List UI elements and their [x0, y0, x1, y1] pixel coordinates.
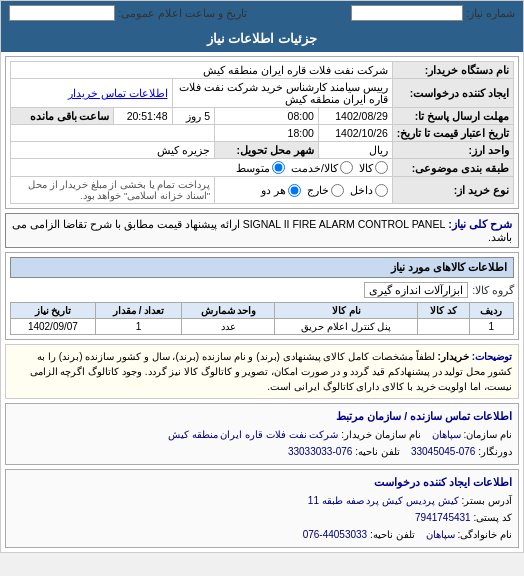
- city-label: شهر محل تحویل:: [215, 142, 319, 159]
- creator-contact-block: اطلاعات ایجاد کننده درخواست آدرس بستر: ک…: [5, 469, 519, 548]
- contact-link[interactable]: اطلاعات تماس خریدار: [68, 87, 168, 99]
- col-unit: واحد شمارش: [182, 303, 275, 319]
- validity-row: تاریخ اعتبار قیمت تا تاریخ: 1402/10/26 1…: [11, 125, 514, 142]
- product-info-section: اطلاعات کالاهای مورد نیاز گروه کالا: ابز…: [5, 252, 519, 340]
- mhlet-label: مهلت ارسال پاسخ تا:: [392, 108, 513, 125]
- sup-value: شرکت نفت فلات قاره ایران منطقه کیش: [168, 429, 339, 440]
- col-date: تاریخ نیاز: [11, 303, 96, 319]
- purchase-type-options: داخل خارج هر دو: [219, 184, 388, 197]
- cell-radif: 1: [469, 319, 514, 335]
- group-label: گروه کالا:: [472, 284, 514, 296]
- addr-value: کیش پردیس کیش پرد صفه طبقه 11: [308, 495, 459, 506]
- day-label: روز: [186, 110, 201, 122]
- purchase-type-row: نوع خرید از: داخل خارج هر دو: [11, 177, 514, 204]
- time2-value: 18:00: [215, 125, 319, 142]
- pt-option-hardu: هر دو: [261, 184, 301, 197]
- fax-label: تلفن ناحیه:: [355, 446, 400, 457]
- org-name-label: نام سازمان:: [463, 429, 512, 440]
- supplier-row: نام دستگاه خریدار: شرکت نفت فلات قاره ای…: [11, 62, 514, 79]
- number-label: شماره نیاز:: [466, 7, 515, 19]
- phone-label: دورنگار:: [478, 446, 512, 457]
- contact-row: نام خانوادگی: سپاهان تلفن ناحیه: 4405303…: [12, 526, 512, 543]
- keyword-box: شرح کلی نیاز: SIGNAL II FIRE ALARM CONTR…: [5, 213, 519, 248]
- top-header-bar: شماره نیاز: 1102094076000374 تاریخ و ساع…: [1, 1, 523, 25]
- cell-unit: عدد: [182, 319, 275, 335]
- datetime-value: 1402/08/23 - 10:54: [9, 5, 115, 21]
- days-value: 5: [204, 110, 210, 122]
- group-row: گروه کالا: ابزارآلات اندازه گیری: [10, 282, 514, 298]
- cell-code: [418, 319, 469, 335]
- purchase-type-label: نوع خرید از:: [392, 177, 513, 204]
- product-table: ردیف کد کالا نام کالا واحد شمارش تعداد /…: [10, 302, 514, 335]
- date-row: مهلت ارسال پاسخ تا: 1402/08/29 08:00 5 ر…: [11, 108, 514, 125]
- cat-radio-kala[interactable]: [375, 161, 388, 174]
- hours-value: 20:51:48: [127, 110, 168, 122]
- currency-value: ریال: [318, 142, 392, 159]
- datetime-label: تاریخ و ساعت اعلام عمومی:: [118, 7, 247, 19]
- supplier-value: شرکت نفت فلات قاره ایران منطقه کیش: [11, 62, 393, 79]
- keyword-value: SIGNAL II FIRE ALARM CONTROL PANEL ارائه…: [12, 218, 512, 243]
- cat-option-kala: کالا: [359, 161, 388, 174]
- supplier-label: نام دستگاه خریدار:: [392, 62, 513, 79]
- category-label: طبقه بندی موضوعی:: [392, 159, 513, 177]
- page-title: جزئیات اطلاعات نیاز: [1, 25, 523, 52]
- currency-label: واحد ارز:: [392, 142, 513, 159]
- tel-label: تلفن ناحیه:: [370, 529, 415, 540]
- setup-row: ایجاد کننده درخواست: رییس سیامند کارشناس…: [11, 79, 514, 108]
- pt-radio-kharej[interactable]: [331, 184, 344, 197]
- fax-value: 076-33033033: [288, 446, 353, 457]
- cat-radio-motavasset[interactable]: [272, 161, 285, 174]
- pt-radio-dakhel[interactable]: [375, 184, 388, 197]
- desc-buyer-label: خریدار:: [438, 351, 469, 362]
- description-box: توضیحات: خریدار: لطفاً مشخصات کامل کالای…: [5, 344, 519, 399]
- desc-title: توضیحات:: [472, 351, 512, 362]
- cell-name: پنل کنترل اعلام حریق: [275, 319, 418, 335]
- addr-title: اطلاعات ایجاد کننده درخواست: [12, 474, 512, 492]
- keyword-label: شرح کلی نیاز:: [448, 218, 512, 230]
- currency-row: واحد ارز: ریال شهر محل تحویل: جزیره کیش: [11, 142, 514, 159]
- validity-label: تاریخ اعتبار قیمت تا تاریخ:: [392, 125, 513, 142]
- setup-value: رییس سیامند کارشناس خرید شرکت نفت فلات ق…: [172, 79, 392, 108]
- info-table: نام دستگاه خریدار: شرکت نفت فلات قاره ای…: [10, 61, 514, 204]
- hour-label: ساعت باقی مانده: [11, 108, 114, 125]
- cat-option-kala-khedmat: کالا/خدمت: [291, 161, 353, 174]
- table-row: 1 پنل کنترل اعلام حریق عدد 1 1402/09/07: [11, 319, 514, 335]
- datetime-block: تاریخ و ساعت اعلام عمومی: 1402/08/23 - 1…: [9, 5, 247, 21]
- supplier-info-title: اطلاعات تماس سازنده / سازمان مرتبط: [12, 408, 512, 426]
- pt-option-dakhel: داخل: [350, 184, 388, 197]
- col-radif: ردیف: [469, 303, 514, 319]
- tel-value: 44053033-076: [303, 529, 368, 540]
- postal-label: کد پستی:: [473, 512, 512, 523]
- postal-value: 7941745431: [415, 512, 471, 523]
- addr-row: آدرس بستر: کیش پردیس کیش پرد صفه طبقه 11: [12, 492, 512, 509]
- cell-date: 1402/09/07: [11, 319, 96, 335]
- org-name-row: نام سازمان: سپاهان نام سازمان خریدار: شر…: [12, 426, 512, 443]
- cell-qty: 1: [95, 319, 182, 335]
- number-block: شماره نیاز: 1102094076000374: [351, 5, 515, 21]
- addr-label: آدرس بستر:: [461, 495, 512, 506]
- phone-value: 076-33045045: [411, 446, 476, 457]
- cat-option-motavasset: متوسط: [236, 161, 285, 174]
- col-code: کد کالا: [418, 303, 469, 319]
- time1-value: 08:00: [215, 108, 319, 125]
- contact-label: نام خانوادگی:: [457, 529, 512, 540]
- cat-radio-kala-khedmat[interactable]: [340, 161, 353, 174]
- main-container: شماره نیاز: 1102094076000374 تاریخ و ساع…: [0, 0, 524, 553]
- sup-label: نام سازمان خریدار:: [341, 429, 420, 440]
- contact-value: سپاهان: [426, 529, 455, 540]
- col-name: نام کالا: [275, 303, 418, 319]
- main-form-section: نام دستگاه خریدار: شرکت نفت فلات قاره ای…: [5, 56, 519, 209]
- purchase-note: پرداخت تمام یا بخشی از مبلغ خریدار از مح…: [11, 177, 215, 204]
- date1-value: 1402/08/29: [318, 108, 392, 125]
- category-options: کالا کالا/خدمت متوسط: [15, 161, 388, 174]
- pt-radio-hardu[interactable]: [288, 184, 301, 197]
- col-qty: تعداد / مقدار: [95, 303, 182, 319]
- product-info-title: اطلاعات کالاهای مورد نیاز: [10, 257, 514, 278]
- org-name-value: سپاهان: [432, 429, 461, 440]
- group-value: ابزارآلات اندازه گیری: [364, 282, 468, 298]
- number-value: 1102094076000374: [351, 5, 463, 21]
- supplier-contact-block: اطلاعات تماس سازنده / سازمان مرتبط نام س…: [5, 403, 519, 465]
- pt-option-kharej: خارج: [307, 184, 344, 197]
- setup-label: ایجاد کننده درخواست:: [392, 79, 513, 108]
- category-row: طبقه بندی موضوعی: کالا کالا/خدمت متوسط: [11, 159, 514, 177]
